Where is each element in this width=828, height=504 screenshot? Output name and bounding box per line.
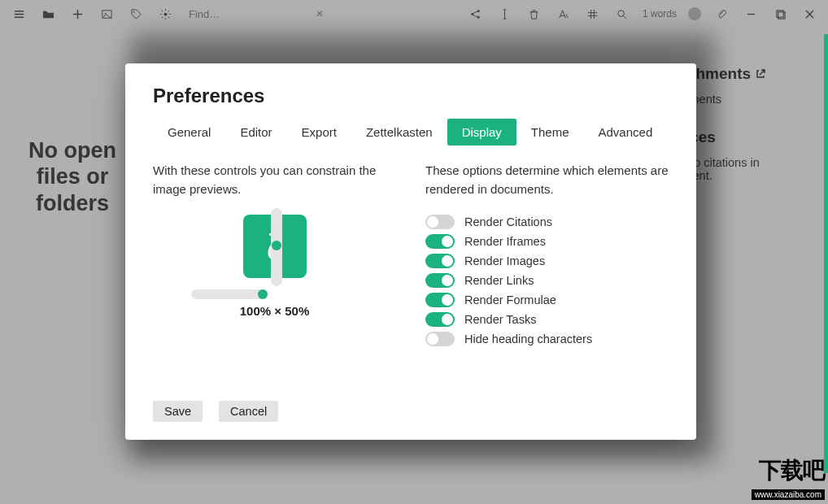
tab-advanced[interactable]: Advanced [584, 119, 668, 146]
toggle-row: Render Images [425, 254, 669, 268]
width-slider[interactable] [191, 289, 268, 299]
toggle-label: Render Tasks [464, 313, 536, 326]
svg-point-7 [618, 10, 625, 16]
svg-rect-9 [778, 11, 784, 18]
height-slider[interactable] [271, 208, 282, 286]
new-file-icon[interactable] [63, 2, 91, 25]
toggle-row: Render Formulae [425, 293, 669, 307]
cancel-button[interactable]: Cancel [219, 401, 278, 422]
save-button[interactable]: Save [153, 401, 203, 422]
toggle-label: Hide heading characters [464, 332, 592, 345]
font-icon[interactable] [550, 2, 577, 25]
clear-search-icon[interactable]: ✕ [316, 8, 324, 20]
toggle-label: Render Citations [464, 215, 552, 228]
external-link-icon[interactable] [755, 68, 766, 80]
toggle-row: Hide heading characters [425, 332, 669, 346]
svg-point-2 [133, 11, 134, 12]
open-folder-icon[interactable] [34, 2, 62, 25]
minimize-icon[interactable] [737, 2, 765, 25]
tab-export[interactable]: Export [287, 119, 351, 146]
search-input[interactable]: Find… ✕ [184, 4, 329, 24]
tab-theme[interactable]: Theme [516, 119, 584, 146]
avatar[interactable] [688, 7, 701, 20]
slider-thumb[interactable] [258, 289, 268, 299]
toggle-switch[interactable] [425, 215, 455, 229]
accent-edge [824, 34, 828, 473]
toggle-row: Render Iframes [425, 234, 669, 249]
tabs: General Editor Export Zettelkasten Displ… [153, 119, 669, 146]
trash-icon[interactable] [521, 2, 548, 25]
toggle-row: Render Tasks [425, 312, 669, 327]
tab-display[interactable]: Display [447, 119, 516, 146]
toggle-switch[interactable] [425, 273, 455, 288]
toolbar: Find… ✕ 1 words [0, 0, 828, 28]
render-desc: These options determine which elements a… [425, 162, 669, 198]
attachment-icon[interactable] [708, 2, 735, 25]
settings-icon[interactable] [151, 2, 179, 25]
search-placeholder: Find… [189, 8, 316, 20]
image-icon[interactable] [93, 2, 120, 25]
tab-general[interactable]: General [153, 119, 225, 146]
toggle-switch[interactable] [425, 293, 455, 307]
preferences-dialog: Preferences General Editor Export Zettel… [125, 63, 696, 440]
toggle-switch[interactable] [425, 312, 455, 327]
menu-icon[interactable] [5, 2, 33, 25]
search-icon[interactable] [608, 2, 636, 25]
dialog-footer: Save Cancel [153, 401, 669, 422]
toggle-switch[interactable] [425, 254, 455, 268]
preview-constraint: ζ 100% × 50% [190, 215, 360, 318]
tab-editor[interactable]: Editor [225, 119, 286, 146]
grid-icon[interactable] [579, 2, 607, 25]
watermark: 下载吧 www.xiazaiba.com [752, 455, 825, 501]
svg-point-3 [163, 12, 167, 15]
slider-thumb[interactable] [272, 241, 281, 250]
toggle-row: Render Citations [425, 215, 669, 229]
toggle-row: Render Links [425, 273, 669, 288]
toggle-switch[interactable] [425, 332, 455, 346]
share-icon[interactable] [462, 2, 490, 25]
tab-zettelkasten[interactable]: Zettelkasten [351, 119, 447, 146]
dialog-title: Preferences [153, 85, 669, 107]
dimensions-label: 100% × 50% [190, 304, 360, 318]
toggle-label: Render Iframes [464, 235, 546, 248]
maximize-icon[interactable] [766, 2, 794, 25]
close-icon[interactable] [795, 2, 823, 25]
left-column: With these controls you can constrain th… [153, 162, 396, 391]
tag-icon[interactable] [122, 2, 150, 25]
toggle-switch[interactable] [425, 234, 455, 249]
toggle-label: Render Links [464, 274, 534, 287]
toggle-label: Render Images [464, 254, 545, 267]
image-preview-desc: With these controls you can constrain th… [153, 162, 396, 198]
word-count: 1 words [643, 8, 677, 20]
toggle-label: Render Formulae [464, 293, 556, 306]
svg-rect-8 [776, 10, 782, 16]
right-column: These options determine which elements a… [425, 162, 669, 391]
no-open-files-text: No open files or folders [11, 137, 133, 216]
text-cursor-icon[interactable] [491, 2, 519, 25]
